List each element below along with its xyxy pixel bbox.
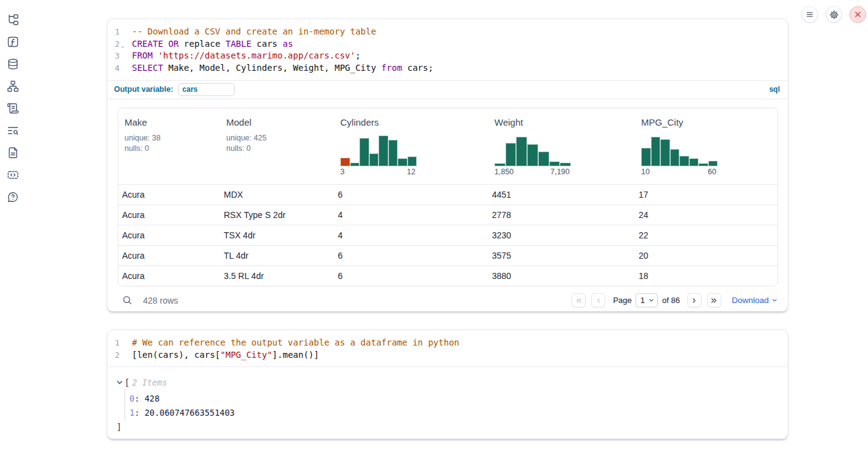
language-badge: sql [769, 85, 780, 94]
search-button[interactable] [122, 295, 133, 305]
column-header-weight[interactable]: Weight1,8507,190 [488, 108, 635, 184]
sql-code-editor[interactable]: 1-- Download a CSV and create an in-memo… [107, 19, 788, 80]
menu-icon [805, 10, 814, 19]
code-line[interactable]: 1# We can reference the output variable … [107, 337, 788, 349]
tree-close-bracket: ] [117, 421, 779, 433]
line-number: 3 [107, 50, 120, 62]
chevron-down-icon [771, 297, 778, 304]
histogram-bar [407, 156, 417, 166]
table-cell: 3575 [488, 246, 635, 265]
column-histogram: 1,8507,190 [494, 136, 571, 176]
output-variable-input[interactable] [178, 83, 235, 96]
code-text: FROM 'https://datasets.marimo.app/cars.c… [132, 50, 361, 62]
table-cell: Acura [118, 266, 220, 286]
table-cell: 24 [635, 205, 777, 225]
table-cell: 4451 [488, 185, 635, 204]
column-name: Make [125, 117, 215, 127]
page-select[interactable]: 1 [636, 293, 658, 307]
output-variable-bar: Output variable: sql [107, 80, 788, 99]
column-header-make[interactable]: Makeunique: 38nulls: 0 [118, 108, 220, 184]
table-cell: Acura [118, 246, 220, 265]
histogram-bar [506, 143, 517, 166]
histogram-bar [660, 139, 670, 166]
table-cell: 2778 [488, 205, 635, 225]
collapse-caret-icon[interactable] [117, 379, 123, 386]
close-button[interactable] [850, 6, 866, 23]
help-icon[interactable] [4, 188, 22, 206]
histogram-bar [560, 163, 571, 166]
code-text: -- Download a CSV and create an in-memor… [132, 26, 376, 38]
chevron-down-icon [648, 297, 655, 304]
settings-button[interactable] [825, 6, 842, 23]
fold-spacer [120, 27, 126, 39]
tree-entries: 0: 4281: 20.060747663551403 [125, 389, 779, 421]
histogram-bars [641, 136, 718, 166]
download-button[interactable]: Download [732, 296, 778, 305]
tree-open-bracket: [ [125, 378, 129, 387]
tree-entry: 0: 428 [129, 392, 779, 406]
table-cell: TL 4dr [220, 246, 334, 265]
last-page-button[interactable] [707, 293, 721, 307]
page-label: Page [613, 296, 631, 305]
column-name: Model [226, 117, 329, 127]
histogram-bar [398, 158, 407, 166]
column-name: Weight [494, 117, 630, 127]
previous-page-button[interactable] [591, 293, 605, 307]
first-page-button[interactable] [571, 293, 586, 307]
column-name: Cylinders [340, 117, 483, 127]
table-cell: 6 [334, 185, 488, 204]
download-label: Download [732, 296, 769, 305]
tree-entry: 1: 20.060747663551403 [129, 406, 779, 420]
document-icon[interactable] [4, 144, 22, 161]
tree-items-count: 2 Items [132, 378, 167, 387]
fold-spacer [120, 350, 126, 363]
code-text: # We can reference the output variable a… [132, 337, 459, 349]
histogram-bar [388, 140, 398, 166]
histogram-bar [516, 137, 527, 166]
scratchpad-icon[interactable] [4, 100, 22, 117]
column-histogram: 1060 [641, 136, 718, 176]
next-page-button[interactable] [687, 293, 702, 307]
table-cell: Acura [118, 205, 220, 225]
menu-button[interactable] [801, 6, 818, 23]
gear-icon [829, 10, 839, 20]
table-cell: 4 [334, 225, 488, 245]
code-line[interactable]: 2[len(cars), cars["MPG_City"].mean()] [107, 349, 788, 362]
dependency-graph-icon[interactable] [4, 78, 22, 95]
column-stats: unique: 38nulls: 0 [125, 133, 215, 154]
file-tree-icon[interactable] [4, 11, 22, 28]
table-cell: 6 [334, 266, 488, 286]
logs-icon[interactable] [4, 122, 22, 139]
function-icon[interactable] [4, 33, 22, 51]
left-sidebar [0, 0, 26, 449]
database-icon[interactable] [4, 55, 22, 73]
histogram-bars [340, 136, 417, 166]
row-count: 428 rows [143, 296, 178, 305]
column-header-cylinders[interactable]: Cylinders312 [334, 108, 488, 184]
fold-spacer [120, 338, 126, 350]
code-line[interactable]: 1-- Download a CSV and create an in-memo… [107, 26, 788, 38]
histogram-bar [549, 161, 560, 166]
histogram-bar [670, 149, 680, 166]
page-total-label: of 86 [662, 296, 680, 305]
snippets-icon[interactable] [4, 166, 22, 184]
column-header-model[interactable]: Modelunique: 425nulls: 0 [220, 108, 334, 184]
column-header-mpg_city[interactable]: MPG_City1060 [635, 108, 777, 184]
histogram-bar [494, 163, 506, 166]
code-line[interactable]: 4SELECT Make, Model, Cylinders, Weight, … [107, 62, 788, 75]
python-output-tree: [ 2 Items 0: 4281: 20.060747663551403 ] [107, 367, 788, 433]
table-cell: RSX Type S 2dr [220, 205, 334, 225]
close-icon [854, 10, 862, 18]
table-body: AcuraMDX6445117AcuraRSX Type S 2dr427782… [118, 185, 777, 286]
code-line[interactable]: 2⌄CREATE OR replace TABLE cars as [107, 38, 788, 51]
histogram-bar [359, 138, 369, 166]
histogram-bar [350, 163, 360, 166]
histogram-bar [641, 148, 651, 166]
table-cell: TSX 4dr [220, 225, 334, 245]
chevrons-right-icon [710, 297, 718, 304]
fold-chevron-icon[interactable]: ⌄ [120, 39, 126, 52]
search-icon [122, 295, 133, 305]
code-line[interactable]: 3FROM 'https://datasets.marimo.app/cars.… [107, 50, 788, 62]
table-row: Acura3.5 RL 4dr6388018 [118, 266, 777, 286]
python-code-editor[interactable]: 1# We can reference the output variable … [107, 330, 788, 366]
